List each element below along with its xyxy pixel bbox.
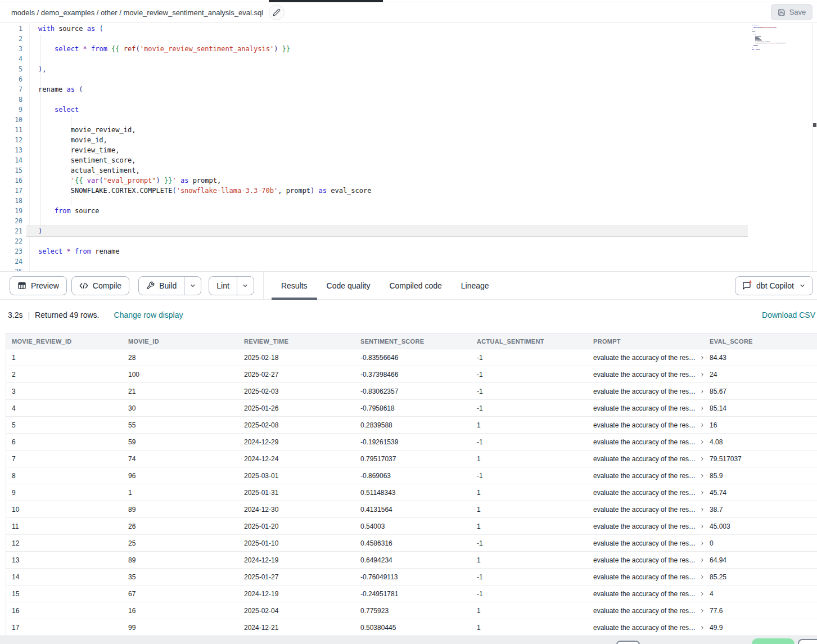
cell-prompt[interactable]: evaluate the accuracy of the res…: [588, 518, 704, 534]
cell-prompt[interactable]: evaluate the accuracy of the res…: [588, 467, 704, 484]
cell-prompt[interactable]: evaluate the accuracy of the res…: [588, 400, 704, 416]
prompt-expand-chevron-icon[interactable]: [699, 456, 704, 462]
line-number: 12: [0, 135, 22, 145]
line-number: 1: [0, 24, 22, 34]
code-line-11: 11 movie_review_id,: [0, 125, 817, 135]
prompt-expand-chevron-icon[interactable]: [699, 439, 704, 445]
cell-prompt[interactable]: evaluate the accuracy of the res…: [588, 349, 704, 366]
minimap[interactable]: [752, 25, 808, 53]
table-row: 3212025-02-03-0.83062357-1evaluate the a…: [6, 383, 817, 400]
cell-movie_review_id: 11: [6, 518, 123, 534]
prompt-expand-chevron-icon[interactable]: [699, 541, 704, 546]
cell-movie_review_id: 17: [6, 619, 123, 636]
results-status-bar: 3.2s | Returned 49 rows. Change row disp…: [0, 300, 817, 333]
code-icon: [79, 282, 88, 290]
line-number: 13: [0, 145, 22, 155]
tab-results[interactable]: Results: [272, 272, 317, 300]
cell-actual_sentiment: -1: [471, 349, 588, 366]
compile-button[interactable]: Compile: [71, 276, 129, 295]
prompt-expand-chevron-icon[interactable]: [699, 591, 704, 597]
save-button[interactable]: Save: [771, 4, 813, 20]
prompt-expand-chevron-icon[interactable]: [699, 372, 704, 377]
preview-button[interactable]: Preview: [10, 276, 67, 295]
tab-lineage[interactable]: Lineage: [452, 272, 499, 300]
table-row: 1282025-02-18-0.83556646-1evaluate the a…: [6, 349, 817, 366]
cell-actual_sentiment: 1: [471, 602, 588, 619]
prompt-expand-chevron-icon[interactable]: [699, 422, 704, 428]
lint-button-group[interactable]: Lint: [209, 276, 254, 295]
lint-dropdown-chevron[interactable]: [237, 277, 254, 295]
cell-prompt[interactable]: evaluate the accuracy of the res…: [588, 569, 704, 585]
cell-prompt[interactable]: evaluate the accuracy of the res…: [588, 484, 704, 501]
cell-prompt[interactable]: evaluate the accuracy of the res…: [588, 535, 704, 551]
prompt-expand-chevron-icon[interactable]: [699, 557, 704, 563]
code-editor[interactable]: 1with source as (23 select * from {{ ref…: [0, 23, 817, 271]
cell-prompt[interactable]: evaluate the accuracy of the res…: [588, 451, 704, 467]
prompt-expand-chevron-icon[interactable]: [699, 625, 704, 631]
cell-prompt[interactable]: evaluate the accuracy of the res…: [588, 501, 704, 517]
column-header-sentiment_score: SENTIMENT_SCORE: [355, 334, 471, 349]
change-row-display-link[interactable]: Change row display: [114, 310, 183, 319]
prompt-expand-chevron-icon[interactable]: [699, 574, 704, 580]
cell-eval_score: 79.517037: [704, 451, 817, 467]
bottom-green-pill-button[interactable]: [752, 638, 795, 644]
cell-movie_id: 30: [123, 400, 238, 416]
bottom-partial-button[interactable]: [616, 641, 640, 644]
cell-eval_score: 24: [704, 366, 817, 382]
cell-prompt[interactable]: evaluate the accuracy of the res…: [588, 552, 704, 568]
cell-actual_sentiment: -1: [471, 467, 588, 484]
code-line-7: 7rename as (: [0, 84, 817, 94]
prompt-expand-chevron-icon[interactable]: [699, 406, 704, 411]
cell-prompt[interactable]: evaluate the accuracy of the res…: [588, 383, 704, 399]
build-dropdown-chevron[interactable]: [184, 277, 201, 295]
editor-tab-strip: [0, 0, 817, 2]
cell-review_time: 2025-02-18: [238, 349, 355, 366]
chevron-down-icon: [799, 282, 806, 289]
bottom-partial-button[interactable]: [798, 639, 817, 644]
cell-review_time: 2024-12-30: [238, 501, 355, 517]
cell-prompt[interactable]: evaluate the accuracy of the res…: [588, 434, 704, 450]
prompt-expand-chevron-icon[interactable]: [699, 524, 704, 529]
tab-code-quality[interactable]: Code quality: [317, 272, 380, 300]
cell-prompt[interactable]: evaluate the accuracy of the res…: [588, 602, 704, 619]
cell-movie_review_id: 12: [6, 535, 123, 551]
scrollbar-thumb[interactable]: [813, 123, 816, 127]
cell-review_time: 2025-02-27: [238, 366, 355, 382]
prompt-expand-chevron-icon[interactable]: [699, 490, 704, 496]
prompt-expand-chevron-icon[interactable]: [699, 473, 704, 479]
cell-movie_id: 21: [123, 383, 238, 399]
code-line-17: 17 SNOWFLAKE.CORTEX.COMPLETE('snowflake-…: [0, 186, 817, 196]
cell-actual_sentiment: 1: [471, 619, 588, 636]
prompt-expand-chevron-icon[interactable]: [699, 355, 704, 361]
build-button-group[interactable]: Build: [138, 276, 201, 295]
build-button[interactable]: Build: [139, 277, 184, 295]
download-csv-link[interactable]: Download CSV: [762, 310, 815, 319]
cell-movie_review_id: 16: [6, 602, 123, 619]
table-body: 1282025-02-18-0.83556646-1evaluate the a…: [6, 349, 817, 636]
table-row: 16162025-02-040.7759231evaluate the accu…: [6, 602, 817, 619]
cell-sentiment_score: 0.54003: [355, 518, 471, 534]
cell-movie_review_id: 14: [6, 569, 123, 585]
copilot-edit-icon[interactable]: [269, 4, 285, 20]
cell-prompt[interactable]: evaluate the accuracy of the res…: [588, 417, 704, 433]
dbt-copilot-button[interactable]: dbt Copilot: [735, 276, 813, 295]
cell-prompt[interactable]: evaluate the accuracy of the res…: [588, 619, 704, 636]
cell-actual_sentiment: -1: [471, 569, 588, 585]
cell-movie_review_id: 15: [6, 586, 123, 602]
prompt-expand-chevron-icon[interactable]: [699, 608, 704, 614]
tab-compiled-code[interactable]: Compiled code: [380, 272, 451, 300]
table-row: 15672024-12-19-0.24951781-1evaluate the …: [6, 586, 817, 602]
cell-review_time: 2024-12-21: [238, 619, 355, 636]
cell-prompt[interactable]: evaluate the accuracy of the res…: [588, 366, 704, 382]
cell-movie_id: 1: [123, 484, 238, 501]
prompt-expand-chevron-icon[interactable]: [699, 389, 704, 394]
cell-movie_id: 67: [123, 586, 238, 602]
cell-movie_id: 89: [123, 552, 238, 568]
prompt-expand-chevron-icon[interactable]: [699, 507, 704, 512]
cell-prompt[interactable]: evaluate the accuracy of the res…: [588, 586, 704, 602]
cell-movie_id: 59: [123, 434, 238, 450]
active-file-tab-indicator[interactable]: [269, 0, 383, 2]
cell-movie_review_id: 8: [6, 467, 123, 484]
status-divider: |: [28, 310, 30, 319]
lint-button[interactable]: Lint: [209, 277, 237, 295]
